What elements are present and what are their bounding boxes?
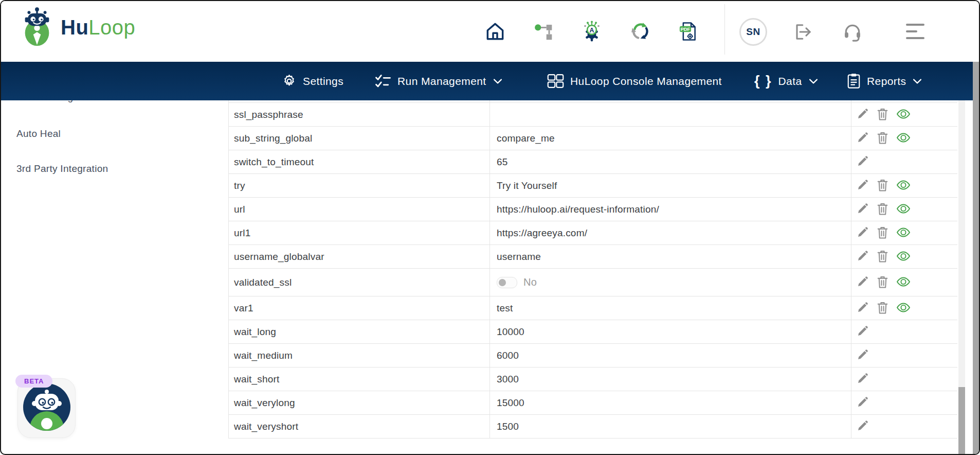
- row-actions-cell: [851, 150, 957, 173]
- variable-name-cell: wait_verylong: [229, 391, 489, 414]
- variable-value-cell: test: [489, 296, 851, 320]
- user-avatar[interactable]: SN: [739, 18, 767, 46]
- edit-row-button[interactable]: [856, 418, 870, 434]
- view-row-button[interactable]: [895, 131, 912, 146]
- edit-row-button[interactable]: [856, 347, 870, 363]
- pencil-icon: [857, 202, 869, 216]
- view-row-button[interactable]: [895, 108, 912, 122]
- automation-gear-icon[interactable]: A: [581, 21, 603, 42]
- view-row-button[interactable]: [895, 275, 912, 290]
- delete-row-button[interactable]: [876, 130, 890, 147]
- row-actions-cell: [851, 198, 957, 221]
- edit-row-button[interactable]: [856, 178, 870, 194]
- edit-row-button[interactable]: [856, 154, 870, 170]
- view-row-button[interactable]: [895, 202, 912, 217]
- edit-row-button[interactable]: [856, 225, 870, 241]
- variable-name-cell: url1: [229, 221, 489, 244]
- headset-icon[interactable]: [842, 22, 863, 42]
- chevron-down-icon: [494, 79, 502, 84]
- pencil-icon: [857, 155, 869, 169]
- variable-value-cell: 3000: [489, 367, 851, 391]
- edit-row-button[interactable]: [856, 300, 870, 316]
- nav-item-label: Settings: [303, 75, 343, 87]
- home-icon[interactable]: [484, 21, 506, 42]
- eye-icon: [896, 227, 911, 239]
- delete-row-button[interactable]: [876, 201, 890, 218]
- edit-row-button[interactable]: [856, 201, 870, 217]
- pencil-icon: [857, 179, 869, 192]
- table-row: wait_short3000: [229, 367, 957, 391]
- delete-row-button[interactable]: [876, 178, 890, 194]
- table-row: var1test: [229, 296, 957, 320]
- pdf-export-icon[interactable]: PDF: [678, 21, 699, 42]
- sidebar-item-auto-heal[interactable]: Auto Heal: [16, 128, 61, 139]
- content-scrollbar-thumb[interactable]: [958, 387, 965, 455]
- variable-name-cell: var1: [229, 296, 489, 320]
- edit-row-button[interactable]: [856, 107, 870, 122]
- huloop-logo[interactable]: HuLoop: [21, 5, 135, 49]
- variable-value-cell: 10000: [489, 320, 851, 343]
- toggle-state-label: No: [523, 276, 537, 288]
- checklist-icon: [375, 74, 391, 88]
- nav-item-reports[interactable]: Reports: [847, 62, 921, 100]
- nav-item-data[interactable]: { }Data: [754, 62, 818, 100]
- row-actions-cell: [851, 296, 957, 320]
- nav-item-label: HuLoop Console Management: [570, 75, 722, 87]
- window-scrollbar[interactable]: [973, 62, 979, 455]
- variable-value-cell: Try it Yourself: [489, 174, 851, 197]
- view-row-button[interactable]: [895, 179, 912, 193]
- global-variables-table: ssl_passphrasesub_string_globalcompare_m…: [228, 79, 957, 439]
- variable-name-cell: sub_string_global: [229, 127, 489, 150]
- trash-icon: [877, 226, 888, 240]
- delete-row-button[interactable]: [876, 274, 890, 291]
- row-actions-cell: [851, 415, 957, 438]
- toggle-knob: [499, 279, 506, 286]
- app-window: HuLoop APDF SN SettingsRun ManagementHuL…: [0, 0, 980, 455]
- pencil-icon: [857, 396, 869, 410]
- edit-row-button[interactable]: [856, 395, 870, 411]
- delete-row-button[interactable]: [876, 225, 890, 241]
- nav-item-huloop-console-management[interactable]: HuLoop Console Management: [547, 62, 722, 100]
- nav-item-run-management[interactable]: Run Management: [375, 62, 502, 100]
- delete-row-button[interactable]: [876, 249, 890, 265]
- huloop-robot-logo-icon: [21, 5, 53, 49]
- edit-row-button[interactable]: [856, 324, 870, 340]
- row-actions-cell: [851, 221, 957, 244]
- pencil-icon: [857, 419, 869, 433]
- edit-row-button[interactable]: [856, 274, 870, 290]
- gear-icon: [282, 74, 297, 89]
- trash-icon: [877, 131, 888, 146]
- edit-row-button[interactable]: [856, 249, 870, 265]
- menu-icon[interactable]: [906, 24, 924, 39]
- pencil-icon: [857, 131, 869, 145]
- nav-item-settings[interactable]: Settings: [282, 62, 343, 100]
- header-toolbar: APDF: [484, 21, 699, 42]
- delete-row-button[interactable]: [876, 107, 890, 123]
- table-row: tryTry it Yourself: [229, 174, 957, 198]
- delete-row-button[interactable]: [876, 300, 890, 317]
- nav-item-label: Run Management: [397, 75, 486, 87]
- variable-name-cell: try: [229, 174, 489, 197]
- menu-bar: [906, 30, 917, 32]
- logout-icon[interactable]: [793, 22, 813, 42]
- table-row: username_globalvarusername: [229, 245, 957, 269]
- ssl-toggle-switch[interactable]: [497, 277, 517, 288]
- top-header: HuLoop APDF SN: [1, 1, 980, 62]
- variable-name-cell: ssl_passphrase: [229, 103, 489, 126]
- sync-icon[interactable]: [629, 21, 651, 42]
- table-row: url1https://agreeya.com/: [229, 221, 957, 245]
- table-row: switch_to_timeout65: [229, 150, 957, 174]
- variable-value-cell: https://agreeya.com/: [489, 221, 851, 244]
- workflow-icon[interactable]: [533, 21, 554, 42]
- sidebar-item-3rd-party-integration[interactable]: 3rd Party Integration: [16, 163, 108, 174]
- chevron-down-icon: [809, 79, 818, 84]
- pencil-icon: [857, 226, 869, 240]
- view-row-button[interactable]: [895, 301, 912, 316]
- trash-icon: [877, 275, 888, 290]
- edit-row-button[interactable]: [856, 371, 870, 387]
- view-row-button[interactable]: [895, 250, 912, 264]
- view-row-button[interactable]: [895, 226, 912, 240]
- report-icon: [847, 73, 861, 89]
- variable-name-cell: username_globalvar: [229, 245, 489, 268]
- edit-row-button[interactable]: [856, 130, 870, 146]
